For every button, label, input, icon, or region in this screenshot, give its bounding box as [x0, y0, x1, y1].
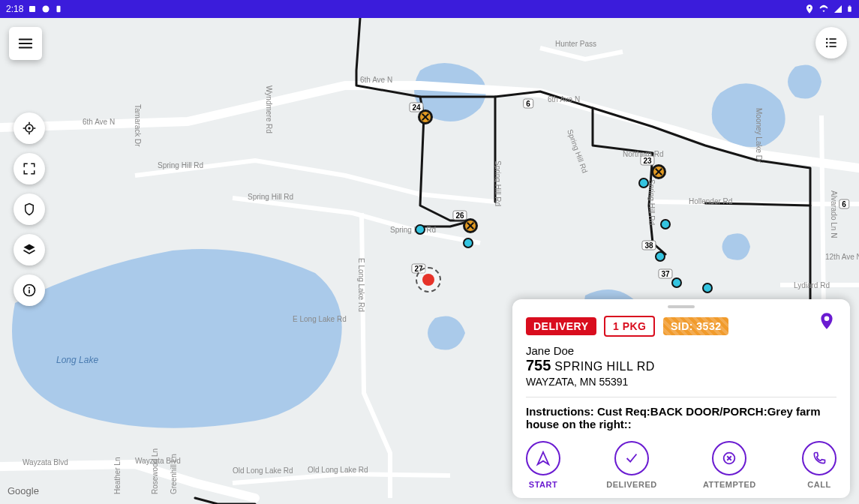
road-label: Wyndmere Rd — [265, 86, 273, 134]
svg-point-5 — [826, 38, 828, 40]
delivery-card[interactable]: DELIVERY 1 PKG SID: 3532 Jane Doe 755 SP… — [512, 299, 850, 498]
instructions-label: Instructions: — [526, 405, 597, 418]
street-name: SPRING HILL RD — [551, 360, 655, 373]
list-view-button[interactable] — [815, 27, 847, 58]
stop-dot[interactable] — [671, 278, 682, 288]
stop-number[interactable]: 23 — [640, 156, 654, 166]
stop-dot[interactable] — [702, 283, 713, 293]
package-count-badge: 1 PKG — [604, 316, 656, 337]
road-label: Hunter Pass — [555, 40, 596, 48]
stop-marker-24[interactable] — [418, 110, 433, 124]
svg-point-12 — [28, 127, 30, 129]
road-label: Mooney Lake Dr — [755, 108, 763, 164]
customer-name: Jane Doe — [526, 344, 836, 357]
stop-number[interactable]: 37 — [658, 269, 672, 279]
action-label: START — [529, 480, 557, 489]
road-label: 6th Ave N — [360, 76, 392, 84]
shield-icon — [23, 202, 36, 216]
svg-rect-10 — [830, 46, 836, 47]
svg-point-7 — [826, 42, 828, 44]
x-circle-icon — [721, 450, 737, 466]
current-stop-27[interactable] — [416, 267, 441, 292]
list-icon — [824, 35, 839, 50]
check-icon — [623, 450, 640, 466]
info-icon — [22, 283, 37, 298]
stop-marker-26[interactable] — [463, 218, 478, 233]
road-label: Spring Hill Rd — [390, 226, 436, 234]
road-label: Lydiard Rd — [794, 281, 830, 290]
location-icon — [804, 4, 815, 14]
attempted-button[interactable]: ATTEMPTED — [703, 441, 756, 489]
status-time: 2:18 — [6, 4, 23, 14]
badge-row: DELIVERY 1 PKG SID: 3532 — [526, 316, 836, 337]
city-state-zip: WAYZATA, MN 55391 — [526, 376, 836, 388]
stop-dot[interactable] — [415, 224, 425, 235]
stop-dot[interactable] — [660, 219, 671, 230]
action-label: DELIVERED — [606, 480, 656, 489]
svg-rect-4 — [848, 6, 850, 7]
road-label: 12th Ave N — [825, 253, 859, 261]
menu-button[interactable] — [9, 27, 42, 60]
road-label: E Long Lake Rd — [293, 315, 347, 323]
road-label: Heather Ln — [113, 458, 122, 494]
svg-rect-3 — [848, 7, 851, 12]
start-button[interactable]: START — [526, 441, 560, 489]
road-label: Spring Hill Rd — [566, 128, 589, 174]
road-label: Old Long Lake Rd — [308, 466, 368, 474]
route-shield: 6 — [839, 200, 849, 209]
road-label: 6th Ave N — [83, 118, 115, 126]
instructions: Instructions: Cust Req:BACK DOOR/PORCH:G… — [526, 397, 836, 430]
stop-dot[interactable] — [655, 251, 665, 262]
layers-button[interactable] — [14, 234, 45, 266]
svg-rect-6 — [830, 38, 836, 40]
notif-icon — [41, 4, 50, 14]
android-status-bar: 2:18 — [0, 0, 859, 18]
zone-button[interactable] — [14, 194, 45, 225]
delivered-button[interactable]: DELIVERED — [606, 441, 656, 489]
road-label: Greenhill Ln — [170, 454, 178, 494]
crosshair-icon — [22, 121, 37, 136]
phone-icon — [812, 451, 827, 466]
road-label: Alvarado Ln N — [830, 190, 838, 238]
action-label: ATTEMPTED — [703, 480, 756, 489]
svg-rect-2 — [57, 6, 61, 12]
my-location-button[interactable] — [14, 112, 45, 144]
svg-rect-0 — [29, 6, 35, 12]
road-label: Spring Hill Rd — [158, 161, 203, 170]
battery-icon — [846, 4, 853, 14]
road-label: Hollender Rd — [689, 197, 732, 206]
call-button[interactable]: CALL — [802, 441, 836, 489]
svg-rect-15 — [29, 290, 30, 293]
stop-marker-23[interactable] — [651, 164, 666, 179]
road-label: E Long Lake Rd — [357, 258, 365, 312]
stop-number[interactable]: 38 — [641, 241, 656, 250]
signal-icon — [833, 4, 843, 14]
delivery-badge: DELIVERY — [526, 317, 596, 335]
navigate-icon — [535, 450, 551, 466]
road-label: Tamarack Dr — [134, 104, 142, 147]
action-label: CALL — [807, 480, 830, 489]
hamburger-icon — [17, 35, 34, 52]
road-label: Rosewood Ln — [151, 448, 159, 494]
action-row: START DELIVERED ATTEMPTED CALL — [526, 441, 836, 489]
street-number: 755 — [526, 357, 551, 374]
address-line: 755 SPRING HILL RD — [526, 357, 836, 374]
location-pin-icon[interactable] — [817, 310, 836, 332]
route-shield: 6 — [523, 99, 533, 109]
road-label: Wayzata Blvd — [23, 458, 68, 466]
layers-icon — [22, 242, 37, 257]
stop-dot[interactable] — [463, 238, 473, 248]
notif-icon — [28, 4, 37, 14]
wifi-icon — [818, 4, 830, 14]
info-button[interactable] — [14, 274, 45, 306]
fullscreen-button[interactable] — [14, 153, 45, 184]
drag-handle[interactable] — [668, 305, 695, 308]
lake-label: Long Lake — [56, 355, 98, 365]
road-label: 6th Ave N — [548, 95, 580, 104]
road-label: Spring Hill Rd — [494, 160, 502, 206]
expand-icon — [23, 162, 36, 176]
svg-point-14 — [29, 287, 30, 289]
stop-dot[interactable] — [638, 178, 649, 188]
road-label: Old Long Lake Rd — [233, 466, 293, 475]
stop-number[interactable]: 26 — [452, 211, 467, 220]
